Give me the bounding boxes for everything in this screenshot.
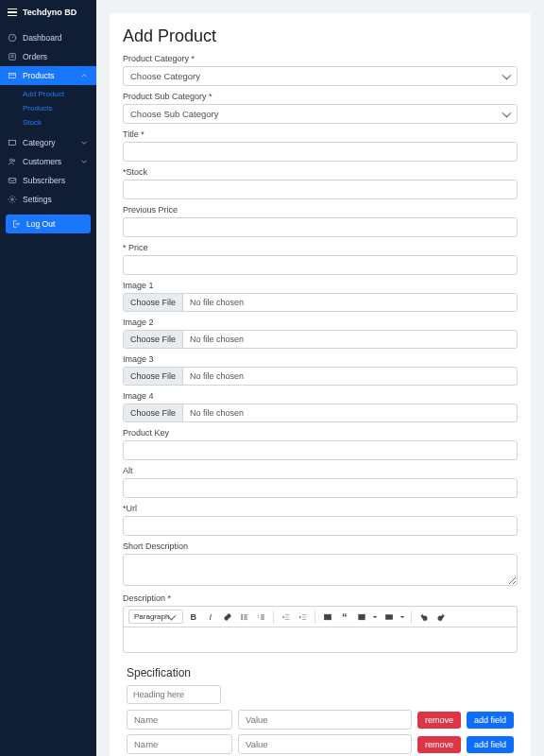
- label-stock: *Stock: [123, 167, 518, 177]
- chevron-down-icon[interactable]: [399, 610, 406, 624]
- choose-file-button[interactable]: Choose File: [124, 331, 183, 348]
- svg-text:2: 2: [258, 615, 260, 618]
- spec-value-input[interactable]: [238, 734, 412, 754]
- choose-file-button[interactable]: Choose File: [124, 368, 183, 385]
- svg-point-10: [241, 618, 242, 619]
- italic-icon[interactable]: I: [203, 610, 217, 624]
- outdent-icon[interactable]: [279, 610, 293, 624]
- indent-icon[interactable]: [296, 610, 310, 624]
- svg-rect-3: [9, 141, 16, 146]
- remove-button[interactable]: remove: [417, 712, 461, 729]
- subcategory-select[interactable]: Choose Sub Category: [123, 104, 518, 124]
- bullet-list-icon[interactable]: [237, 610, 251, 624]
- table-icon[interactable]: [354, 610, 368, 624]
- settings-icon: [8, 195, 17, 204]
- remove-button[interactable]: remove: [417, 736, 461, 753]
- bold-icon[interactable]: B: [186, 610, 200, 624]
- sidebar-item-settings[interactable]: Settings: [0, 190, 96, 209]
- alt-input[interactable]: [123, 478, 518, 498]
- label-price: * Price: [123, 243, 518, 252]
- svg-rect-6: [8, 179, 16, 183]
- stock-input[interactable]: [123, 180, 518, 199]
- spec-heading-input[interactable]: [127, 685, 221, 704]
- submenu-add-product[interactable]: Add Product: [0, 87, 96, 101]
- spec-name-input[interactable]: [127, 710, 232, 730]
- title-input[interactable]: [123, 142, 518, 162]
- chevron-up-icon: [79, 71, 89, 80]
- quote-icon[interactable]: “: [337, 610, 351, 624]
- submenu-products[interactable]: Products: [0, 101, 96, 115]
- svg-point-4: [10, 159, 13, 162]
- spec-name-input[interactable]: [127, 734, 232, 754]
- specification-section: Specification remove add field remove ad…: [123, 666, 518, 756]
- price-input[interactable]: [123, 255, 518, 275]
- link-icon[interactable]: [220, 610, 234, 624]
- sidebar-item-dashboard[interactable]: Dashboard: [0, 28, 96, 47]
- image2-file-input[interactable]: Choose File No file chosen: [123, 330, 518, 349]
- sidebar-item-orders[interactable]: Orders: [0, 47, 96, 66]
- short-desc-textarea[interactable]: [123, 554, 518, 586]
- sidebar-item-label: Settings: [23, 195, 52, 204]
- orders-icon: [8, 52, 17, 61]
- image3-file-input[interactable]: Choose File No file chosen: [123, 367, 518, 386]
- category-select[interactable]: Choose Category: [123, 66, 518, 86]
- image1-file-input[interactable]: Choose File No file chosen: [123, 293, 518, 312]
- label-prev-price: Previous Price: [123, 205, 518, 215]
- form-card: Add Product Product Category * Choose Ca…: [110, 13, 531, 756]
- choose-file-button[interactable]: Choose File: [124, 404, 183, 421]
- sidebar-item-customers[interactable]: Customers: [0, 152, 96, 171]
- add-field-button[interactable]: add field: [467, 736, 514, 753]
- svg-rect-2: [9, 74, 16, 78]
- undo-icon[interactable]: [416, 610, 431, 624]
- chevron-down-icon: [79, 157, 89, 166]
- svg-point-14: [326, 615, 327, 616]
- image-icon[interactable]: [320, 610, 334, 624]
- logout-icon: [11, 219, 21, 229]
- sidebar-item-label: Subscribers: [23, 176, 65, 185]
- rich-editor: Paragraph B I 12 “: [123, 606, 518, 653]
- label-image3: Image 3: [123, 354, 518, 364]
- sidebar-item-label: Products: [23, 71, 55, 80]
- sidebar-item-category[interactable]: Category: [0, 133, 96, 152]
- svg-point-8: [241, 614, 242, 615]
- submenu-stock[interactable]: Stock: [0, 115, 96, 129]
- label-category: Product Category *: [123, 54, 518, 63]
- spec-value-input[interactable]: [238, 710, 412, 730]
- format-select[interactable]: Paragraph: [134, 612, 169, 621]
- label-url: *Url: [123, 504, 518, 513]
- sidebar-item-products[interactable]: Products: [0, 66, 96, 85]
- products-submenu: Add Product Products Stock: [0, 85, 96, 133]
- url-input[interactable]: [123, 516, 518, 536]
- prev-price-input[interactable]: [123, 217, 518, 237]
- media-icon[interactable]: [382, 610, 396, 624]
- customers-icon: [8, 157, 17, 166]
- editor-body[interactable]: [124, 627, 517, 652]
- chevron-down-icon[interactable]: [371, 610, 379, 624]
- file-status-text: No file chosen: [183, 331, 250, 348]
- sidebar: Techdyno BD Dashboard Orders Products Ad…: [0, 0, 96, 756]
- choose-file-button[interactable]: Choose File: [124, 294, 183, 311]
- ordered-list-icon[interactable]: 12: [254, 610, 268, 624]
- main: Add Product Product Category * Choose Ca…: [96, 0, 544, 756]
- menu-toggle-icon[interactable]: [8, 9, 17, 17]
- image4-file-input[interactable]: Choose File No file chosen: [123, 404, 518, 422]
- product-key-input[interactable]: [123, 440, 518, 460]
- file-status-text: No file chosen: [183, 294, 250, 311]
- redo-icon[interactable]: [434, 610, 448, 624]
- label-title: Title *: [123, 129, 518, 139]
- svg-point-9: [241, 616, 242, 617]
- sidebar-item-label: Orders: [23, 52, 47, 61]
- subscribers-icon: [8, 176, 17, 185]
- category-icon: [8, 138, 17, 147]
- label-description: Description *: [123, 593, 518, 603]
- file-status-text: No file chosen: [183, 368, 250, 385]
- logout-button[interactable]: Log Out: [6, 215, 91, 233]
- add-field-button[interactable]: add field: [467, 712, 514, 729]
- sidebar-header: Techdyno BD: [0, 0, 96, 25]
- label-image2: Image 2: [123, 318, 518, 327]
- label-image4: Image 4: [123, 391, 518, 401]
- label-product-key: Product Key: [123, 428, 518, 438]
- file-status-text: No file chosen: [183, 404, 250, 421]
- sidebar-item-subscribers[interactable]: Subscribers: [0, 171, 96, 190]
- brand-name: Techdyno BD: [23, 8, 76, 17]
